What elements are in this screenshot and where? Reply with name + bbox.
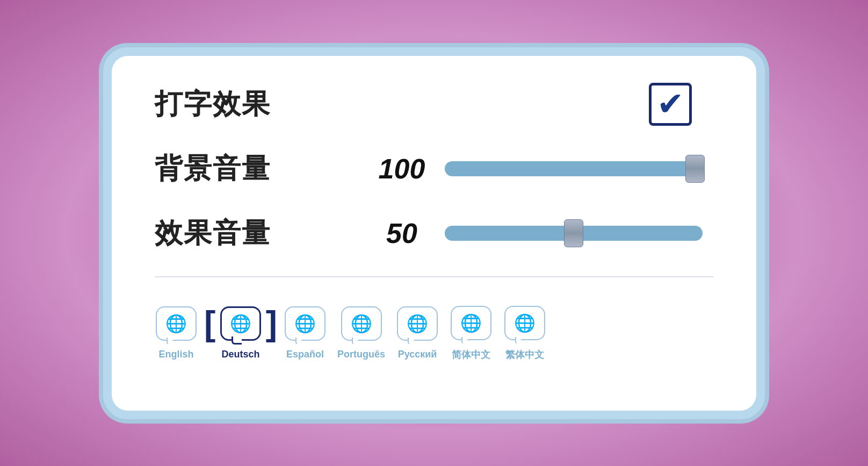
globe-icon-simplified-chinese: 🌐 bbox=[460, 313, 482, 333]
typing-effect-checkbox[interactable]: ✔ bbox=[649, 83, 692, 126]
language-row: 🌐 English [ 🌐 ] Deutsch bbox=[155, 293, 713, 361]
lang-icon-espanol: 🌐 bbox=[284, 305, 327, 342]
lang-label-english: English bbox=[158, 349, 193, 360]
lang-label-russian: Русский bbox=[398, 349, 437, 360]
settings-panel: 打字效果 ✔ 背景音量 100 效果音量 50 bbox=[112, 56, 756, 411]
lang-item-espanol[interactable]: 🌐 Español bbox=[284, 305, 327, 360]
lang-icon-simplified-chinese: 🌐 bbox=[450, 304, 493, 342]
lang-label-simplified-chinese: 简体中文 bbox=[452, 348, 490, 361]
bracket-left-icon: [ bbox=[204, 306, 215, 341]
lang-label-deutsch: Deutsch bbox=[221, 349, 259, 360]
sfx-volume-label: 效果音量 bbox=[155, 214, 305, 252]
globe-icon-portugues: 🌐 bbox=[351, 313, 372, 334]
checkbox-area: ✔ bbox=[649, 83, 692, 126]
lang-item-english[interactable]: 🌐 English bbox=[155, 305, 198, 360]
lang-icon-russian: 🌐 bbox=[396, 305, 439, 342]
cloud-frame-outer: 打字效果 ✔ 背景音量 100 效果音量 50 bbox=[103, 47, 765, 419]
sfx-volume-slider-track[interactable] bbox=[445, 226, 703, 241]
globe-icon-deutsch: 🌐 bbox=[230, 313, 251, 334]
typing-effect-row: 打字效果 ✔ bbox=[155, 83, 713, 126]
bg-volume-label: 背景音量 bbox=[155, 150, 305, 188]
lang-item-traditional-chinese[interactable]: 🌐 繁体中文 bbox=[503, 304, 546, 361]
sfx-volume-value: 50 bbox=[370, 217, 434, 249]
checkmark-icon: ✔ bbox=[657, 88, 684, 120]
lang-item-russian[interactable]: 🌐 Русский bbox=[396, 305, 439, 360]
lang-item-deutsch[interactable]: [ 🌐 ] Deutsch bbox=[208, 305, 273, 360]
lang-icon-deutsch: [ 🌐 ] bbox=[208, 305, 273, 342]
lang-icon-portugues: 🌐 bbox=[340, 305, 383, 342]
sfx-volume-row: 效果音量 50 bbox=[155, 212, 713, 255]
lang-icon-english: 🌐 bbox=[155, 305, 198, 342]
bg-volume-value: 100 bbox=[370, 153, 434, 185]
lang-icon-traditional-chinese: 🌐 bbox=[503, 304, 546, 342]
globe-icon-espanol: 🌐 bbox=[294, 313, 316, 334]
active-bubble: 🌐 bbox=[220, 306, 261, 341]
lang-item-simplified-chinese[interactable]: 🌐 简体中文 bbox=[450, 304, 493, 361]
lang-label-espanol: Español bbox=[286, 349, 324, 360]
lang-label-portugues: Português bbox=[337, 349, 385, 360]
bracket-right-icon: ] bbox=[266, 306, 277, 341]
bg-volume-row: 背景音量 100 bbox=[155, 147, 713, 190]
bg-volume-slider-track[interactable] bbox=[445, 161, 703, 176]
bg-volume-slider-thumb[interactable] bbox=[685, 155, 705, 183]
globe-icon-traditional-chinese: 🌐 bbox=[514, 313, 536, 333]
lang-label-traditional-chinese: 繁体中文 bbox=[505, 348, 544, 361]
lang-item-portugues[interactable]: 🌐 Português bbox=[337, 305, 385, 360]
globe-icon-russian: 🌐 bbox=[407, 313, 428, 334]
sfx-volume-slider-thumb[interactable] bbox=[564, 219, 583, 247]
globe-icon-english: 🌐 bbox=[165, 313, 187, 334]
divider bbox=[155, 276, 713, 277]
typing-effect-label: 打字效果 bbox=[155, 85, 305, 123]
